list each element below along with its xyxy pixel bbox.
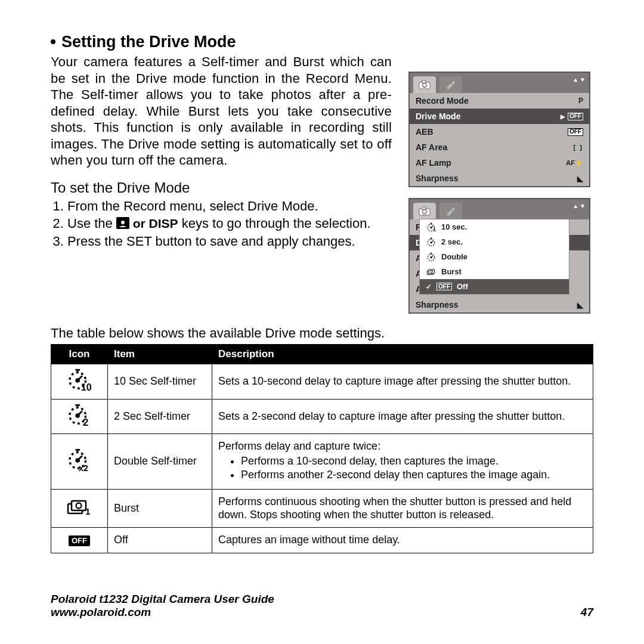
- page-footer: Polaroid t1232 Digital Camera User Guide…: [51, 593, 593, 619]
- lcd-screenshot-drive-popup: ▲▼ R D A A A Sharpness◣ 1010 sec. 2 sec.…: [408, 198, 590, 314]
- popup-burst: Burst: [420, 264, 569, 279]
- svg-text:1: 1: [85, 506, 90, 516]
- steps-list: From the Record menu, select Drive Mode.…: [51, 198, 392, 250]
- svg-rect-14: [422, 207, 426, 209]
- timer2-icon: 2: [66, 417, 92, 429]
- table-row: 10 10 Sec Self-timer Sets a 10-second de…: [51, 364, 593, 400]
- svg-rect-11: [422, 80, 426, 83]
- menu-row-sharpness: Sharpness◣: [410, 171, 589, 186]
- bullet-icon: [51, 39, 55, 44]
- lcd-screenshot-record-menu: ▲▼ Record ModeP Drive Mode▶OFF AEBOFF AF…: [408, 72, 590, 187]
- footer-url: www.polaroid.com: [51, 606, 274, 619]
- subheading: To set the Drive Mode: [51, 179, 392, 196]
- footer-guide-title: Polaroid t1232 Digital Camera User Guide: [51, 593, 274, 606]
- table-row: OFF Off Captures an image without time d…: [51, 528, 593, 553]
- double-timer-icon: x2: [66, 462, 92, 474]
- step-3: Press the SET button to save and apply c…: [67, 233, 392, 250]
- burst-icon: 1: [64, 506, 94, 518]
- arrow-right-icon: ▶: [561, 113, 565, 120]
- footer-page-number: 47: [581, 606, 593, 619]
- check-icon: ✓: [426, 283, 432, 291]
- table-row: x2 Double Self-timer Performs delay and …: [51, 434, 593, 490]
- step-1: From the Record menu, select Drive Mode.: [67, 198, 392, 215]
- section-heading: Setting the Drive Mode: [51, 33, 392, 51]
- svg-text:2: 2: [83, 416, 89, 427]
- bg-row-sharpness: Sharpness◣: [410, 297, 589, 312]
- menu-row-drive-mode: Drive Mode▶OFF: [410, 109, 589, 124]
- popup-2sec: 2 sec.: [420, 234, 569, 249]
- drive-mode-popup: 1010 sec. 2 sec. Double Burst ✓OFFOff: [419, 219, 569, 295]
- burst-icon: [426, 267, 436, 277]
- scroll-indicator: ▲▼: [572, 203, 587, 209]
- svg-text:10: 10: [81, 382, 92, 392]
- table-row: 2 2 Sec Self-timer Sets a 2-second delay…: [51, 399, 593, 434]
- tab-tools: [439, 76, 462, 93]
- tab-camera: [413, 76, 436, 93]
- double-icon: [426, 252, 436, 262]
- svg-text:x2: x2: [79, 463, 88, 472]
- off-icon: OFF: [69, 535, 90, 546]
- timer2-icon: [426, 237, 436, 247]
- menu-row-aeb: AEBOFF: [410, 124, 589, 140]
- timer10-icon: 10: [426, 222, 436, 232]
- popup-10sec: 1010 sec.: [420, 219, 569, 234]
- th-description: Description: [212, 345, 593, 364]
- intro-paragraph: Your camera features a Self-timer and Bu…: [51, 54, 392, 169]
- face-icon: [116, 217, 129, 229]
- th-icon: Icon: [51, 345, 108, 364]
- scroll-indicator: ▲▼: [572, 76, 587, 83]
- tab-camera: [413, 203, 436, 219]
- table-row: 1 Burst Performs continuous shooting whe…: [51, 489, 593, 527]
- drive-mode-table: Icon Item Description 10 10 Sec Self-tim…: [51, 344, 593, 553]
- menu-row-af-area: AF Area[ ]: [410, 140, 589, 155]
- menu-row-record-mode: Record ModeP: [410, 93, 589, 109]
- step-2: Use the or DISP keys to go through the s…: [67, 215, 392, 232]
- tab-tools: [439, 203, 462, 219]
- timer10-icon: 10: [66, 382, 92, 394]
- popup-double: Double: [420, 249, 569, 264]
- table-intro: The table below shows the available Driv…: [51, 326, 593, 341]
- popup-off: ✓OFFOff: [420, 279, 569, 294]
- menu-row-af-lamp: AF LampAF⚡: [410, 155, 589, 171]
- th-item: Item: [108, 345, 212, 364]
- svg-text:10: 10: [434, 228, 436, 232]
